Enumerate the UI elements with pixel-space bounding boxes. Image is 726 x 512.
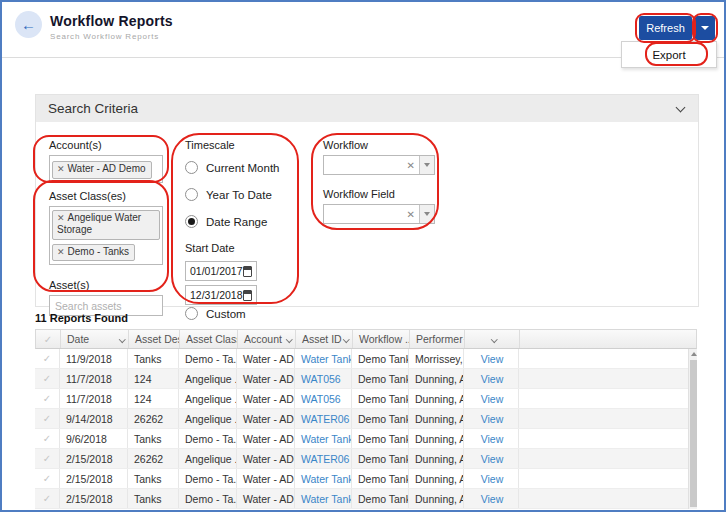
table-row[interactable]: ✓ 2/15/2018 26262 Angelique ... Water - … xyxy=(35,449,688,469)
table-row[interactable]: ✓ 9/6/2018 Tanks Demo - Ta... Water - AD… xyxy=(35,429,688,449)
account-tag[interactable]: ✕Water - AD Demo xyxy=(52,161,152,179)
dropdown-button[interactable] xyxy=(419,205,434,223)
header-label: Asset Desc... xyxy=(135,333,180,345)
cell-asset-id-link[interactable]: Water Tank... xyxy=(295,469,352,488)
cell-asset-id-link[interactable]: WAT056 xyxy=(295,369,352,388)
header-asset-desc[interactable]: Asset Desc... xyxy=(129,330,180,348)
cell-asset-class: Demo - Ta... xyxy=(179,489,237,508)
start-date-input[interactable]: 01/01/2017 xyxy=(185,261,257,281)
scroll-up-icon[interactable] xyxy=(691,352,697,356)
view-link[interactable]: View xyxy=(481,493,504,505)
row-select-cell[interactable]: ✓ xyxy=(35,489,60,508)
row-select-cell[interactable]: ✓ xyxy=(35,469,60,488)
clear-icon[interactable]: ✕ xyxy=(403,209,419,220)
cell-account: Water - AD... xyxy=(237,409,295,428)
row-select-cell[interactable]: ✓ xyxy=(35,349,60,368)
cell-asset-class: Demo - Ta... xyxy=(179,469,237,488)
table-row[interactable]: ✓ 2/15/2018 Tanks Demo - Ta... Water - A… xyxy=(35,489,688,509)
table-row[interactable]: ✓ 2/15/2018 Tanks Demo - Ta... Water - A… xyxy=(35,469,688,489)
header-actions[interactable] xyxy=(465,330,520,348)
view-link[interactable]: View xyxy=(481,473,504,485)
radio-custom[interactable]: Custom xyxy=(185,307,305,320)
asset-class-tag[interactable]: ✕Demo - Tanks xyxy=(52,244,135,262)
workflow-column: Workflow ✕ Workflow Field ✕ xyxy=(323,139,437,224)
workflow-field-label: Workflow Field xyxy=(323,188,437,200)
cell-asset-desc: Tanks xyxy=(128,349,179,368)
workflow-select[interactable]: ✕ xyxy=(323,155,435,175)
view-link[interactable]: View xyxy=(481,413,504,425)
cell-asset-id-link[interactable]: WATER06 xyxy=(295,409,352,428)
header-date[interactable]: Date xyxy=(61,330,129,348)
header-select-all[interactable]: ✓ xyxy=(36,330,61,348)
remove-tag-icon[interactable]: ✕ xyxy=(57,164,65,174)
view-link[interactable]: View xyxy=(481,373,504,385)
search-criteria-header[interactable]: Search Criteria xyxy=(36,95,698,122)
radio-current-month[interactable]: Current Month xyxy=(185,161,305,174)
row-select-cell[interactable]: ✓ xyxy=(35,449,60,468)
view-link[interactable]: View xyxy=(481,393,504,405)
header-workflow[interactable]: Workflow ... xyxy=(353,330,410,348)
back-arrow-icon: ← xyxy=(21,17,36,32)
scrollbar-thumb[interactable] xyxy=(690,360,697,507)
remove-tag-icon[interactable]: ✕ xyxy=(57,213,65,223)
cell-asset-class: Demo - Ta... xyxy=(179,429,237,448)
refresh-button[interactable]: Refresh xyxy=(639,16,692,40)
chevron-down-icon xyxy=(343,336,349,342)
row-select-cell[interactable]: ✓ xyxy=(35,369,60,388)
dropdown-button[interactable] xyxy=(419,156,434,174)
export-menu-item[interactable]: Export xyxy=(652,49,685,61)
row-select-cell[interactable]: ✓ xyxy=(35,409,60,428)
header-label: Date xyxy=(67,333,89,345)
cell-account: Water - AD... xyxy=(237,369,295,388)
header-account[interactable]: Account xyxy=(238,330,296,348)
cell-asset-id-link[interactable]: Water Tank... xyxy=(295,349,352,368)
cell-asset-id-link[interactable]: WATER06 xyxy=(295,449,352,468)
clear-icon[interactable]: ✕ xyxy=(403,160,419,171)
table-row[interactable]: ✓ 11/9/2018 Tanks Demo - Ta... Water - A… xyxy=(35,349,688,369)
refresh-dropdown-button[interactable] xyxy=(695,16,715,40)
table-row[interactable]: ✓ 11/7/2018 124 Angelique ... Water - AD… xyxy=(35,369,688,389)
asset-class-tag-label: Angelique Water Storage xyxy=(57,212,141,236)
header-label: Workflow ... xyxy=(359,333,410,345)
asset-classes-label: Asset Class(es) xyxy=(49,190,163,202)
header-asset-class[interactable]: Asset Class xyxy=(180,330,238,348)
remove-tag-icon[interactable]: ✕ xyxy=(57,247,65,257)
radio-icon xyxy=(185,161,198,174)
radio-year-to-date[interactable]: Year To Date xyxy=(185,188,305,201)
calendar-icon[interactable] xyxy=(243,266,252,277)
cell-asset-desc: 124 xyxy=(128,389,179,408)
view-link[interactable]: View xyxy=(481,353,504,365)
cell-asset-id-link[interactable]: Water Tank... xyxy=(295,429,352,448)
check-icon: ✓ xyxy=(44,334,52,345)
collapse-chevron-icon[interactable] xyxy=(676,102,686,112)
end-date-value: 12/31/2018 xyxy=(190,289,243,301)
caret-down-icon xyxy=(701,26,709,30)
cell-asset-id-link[interactable]: Water Tank... xyxy=(295,489,352,508)
calendar-icon[interactable] xyxy=(243,290,252,301)
view-link[interactable]: View xyxy=(481,453,504,465)
table-scrollbar[interactable] xyxy=(688,349,697,509)
radio-date-range[interactable]: Date Range xyxy=(185,215,305,228)
filters-column-left: Account(s) ✕Water - AD Demo Asset Class(… xyxy=(49,139,163,316)
end-date-input[interactable]: 12/31/2018 xyxy=(185,285,257,305)
cell-account: Water - AD... xyxy=(237,489,295,508)
row-select-cell[interactable]: ✓ xyxy=(35,429,60,448)
asset-class-tag[interactable]: ✕Angelique Water Storage xyxy=(52,210,160,240)
back-button[interactable]: ← xyxy=(15,11,42,38)
caret-down-icon xyxy=(424,212,430,216)
asset-classes-input[interactable]: ✕Angelique Water Storage ✕Demo - Tanks xyxy=(49,206,163,266)
view-link[interactable]: View xyxy=(481,433,504,445)
table-row[interactable]: ✓ 11/7/2018 124 Angelique ... Water - AD… xyxy=(35,389,688,409)
reports-found-count: 11 Reports Found xyxy=(35,312,128,324)
cell-date: 2/15/2018 xyxy=(60,469,128,488)
cell-workflow: Demo Tank... xyxy=(352,349,409,368)
header-asset-id[interactable]: Asset ID xyxy=(296,330,353,348)
workflow-field-select[interactable]: ✕ xyxy=(323,204,435,224)
cell-workflow: Demo Tank... xyxy=(352,449,409,468)
accounts-input[interactable]: ✕Water - AD Demo xyxy=(49,155,163,183)
table-row[interactable]: ✓ 9/14/2018 26262 Angelique ... Water - … xyxy=(35,409,688,429)
cell-asset-id-link[interactable]: WAT056 xyxy=(295,389,352,408)
timescale-label: Timescale xyxy=(185,139,305,151)
row-select-cell[interactable]: ✓ xyxy=(35,389,60,408)
header-performer[interactable]: Performer xyxy=(410,330,465,348)
